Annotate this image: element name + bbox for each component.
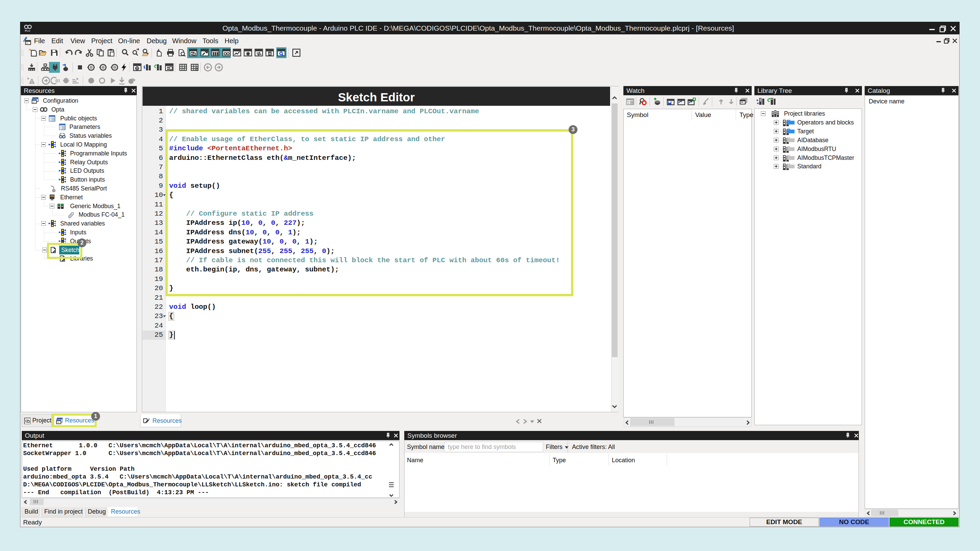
- svg-text:01: 01: [56, 78, 60, 83]
